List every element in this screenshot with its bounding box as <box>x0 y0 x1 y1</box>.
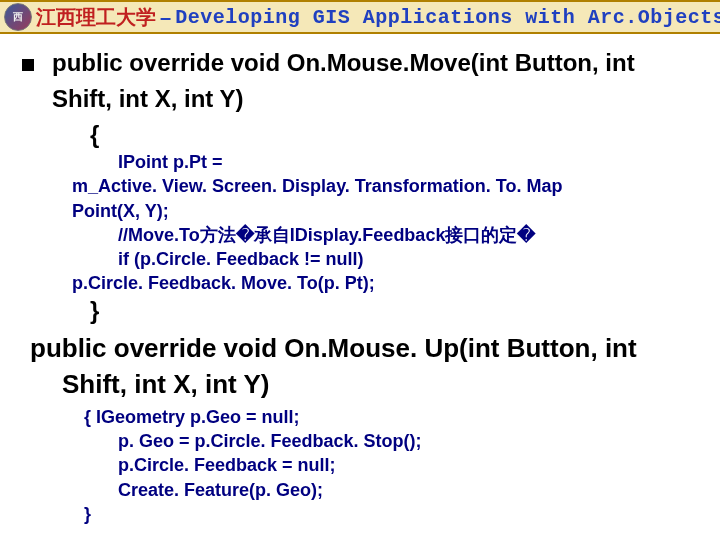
slide-body: public override void On.Mouse.Move(int B… <box>0 34 720 526</box>
method1-if-b: p.Circle. Feedback. Move. To(p. Pt); <box>72 271 698 295</box>
method1-stmt1c: Point(X, Y); <box>72 199 698 223</box>
method1-signature-line1: public override void On.Mouse.Move(int B… <box>52 48 635 78</box>
method2-close-brace: } <box>84 502 698 526</box>
method1-close-brace: } <box>90 296 698 326</box>
header-dash: – <box>156 6 175 29</box>
slide-header: 西 江西理工大学 – Developing GIS Applications w… <box>0 0 720 34</box>
bullet-row: public override void On.Mouse.Move(int B… <box>22 48 698 84</box>
method2-signature-line1: public override void On.Mouse. Up(int Bu… <box>30 332 698 365</box>
method1-comment: //Move.To方法�承自IDisplay.Feedback接口的定� <box>72 223 698 247</box>
method2-open-stmt1: { IGeometry p.Geo = null; <box>84 405 698 429</box>
method2-stmt3: p.Circle. Feedback = null; <box>118 453 698 477</box>
method1-stmt1b: m_Active. View. Screen. Display. Transfo… <box>72 174 698 198</box>
method2-signature-line2: Shift, int X, int Y) <box>62 368 698 401</box>
method1-open-brace: { <box>90 120 698 150</box>
university-name: 江西理工大学 <box>36 4 156 31</box>
method1-stmt1a: IPoint p.Pt = <box>72 150 698 174</box>
method2-stmt4: Create. Feature(p. Geo); <box>118 478 698 502</box>
course-title: Developing GIS Applications with Arc.Obj… <box>175 6 720 29</box>
method1-if-a: if (p.Circle. Feedback != null) <box>72 247 698 271</box>
bullet-icon <box>22 59 34 71</box>
method2-stmt2: p. Geo = p.Circle. Feedback. Stop(); <box>118 429 698 453</box>
method1-signature-line2: Shift, int X, int Y) <box>52 84 698 114</box>
university-logo-icon: 西 <box>4 3 32 31</box>
slide: 西 江西理工大学 – Developing GIS Applications w… <box>0 0 720 540</box>
